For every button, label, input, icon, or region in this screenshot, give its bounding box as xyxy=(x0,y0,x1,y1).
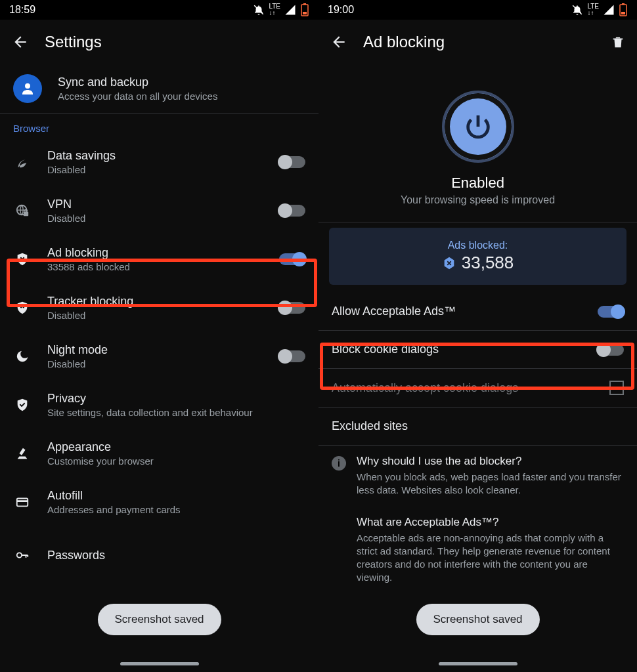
battery-icon xyxy=(300,3,309,16)
row-data-savings[interactable]: Data savings Disabled xyxy=(0,138,318,186)
page-header: Settings xyxy=(0,20,318,64)
back-arrow-icon[interactable] xyxy=(330,33,347,51)
back-arrow-icon[interactable] xyxy=(12,33,29,51)
toast: Screenshot saved xyxy=(97,604,221,635)
item-title: Autofill xyxy=(47,489,305,503)
left-screenshot: 18:59 LTE↓↑ Settings Sync and backup Acc… xyxy=(0,0,318,672)
page-title: Settings xyxy=(45,33,102,51)
faq2-title: What are Acceptable Ads™? xyxy=(357,516,624,529)
enabled-sub: Your browsing speed is improved xyxy=(338,194,617,206)
signal-icon xyxy=(603,4,615,16)
item-sub: Disabled xyxy=(47,213,263,224)
toggle-vpn[interactable] xyxy=(279,205,305,217)
shield-x-icon xyxy=(15,252,30,266)
battery-icon xyxy=(619,3,628,16)
row-night[interactable]: Night mode Disabled xyxy=(0,332,318,381)
item-sub: Customise your browser xyxy=(47,455,305,467)
item-sub: Disabled xyxy=(47,310,263,321)
globe-lock-icon xyxy=(15,203,30,218)
notification-off-icon xyxy=(253,4,265,16)
row-privacy[interactable]: Privacy Site settings, data collection a… xyxy=(0,381,318,429)
toggle-ad-blocking[interactable] xyxy=(279,253,305,265)
settings-content: Sync and backup Access your data on all … xyxy=(0,64,318,672)
row-autofill[interactable]: Autofill Addresses and payment cards xyxy=(0,478,318,526)
adblock-content: Enabled Your browsing speed is improved … xyxy=(318,64,637,672)
ads-blocked-card: Ads blocked: 33,588 xyxy=(329,228,626,285)
item-title: Night mode xyxy=(47,343,263,357)
svg-rect-2 xyxy=(303,3,306,5)
item-title: VPN xyxy=(47,198,263,211)
toast: Screenshot saved xyxy=(416,604,539,635)
power-button[interactable] xyxy=(442,91,514,163)
trash-icon[interactable] xyxy=(611,34,625,50)
enabled-label: Enabled xyxy=(338,175,617,192)
status-bar: 18:59 LTE↓↑ xyxy=(0,0,318,20)
svg-point-4 xyxy=(25,83,30,89)
info-icon: i xyxy=(332,456,346,471)
svg-point-7 xyxy=(20,306,22,308)
svg-rect-9 xyxy=(17,499,28,507)
page-header: Ad blocking xyxy=(318,20,637,64)
row-excluded[interactable]: Excluded sites xyxy=(318,408,637,445)
sync-title: Sync and backup xyxy=(58,75,305,89)
toggle-allow-aa[interactable] xyxy=(598,306,624,318)
hex-x-icon xyxy=(442,256,456,270)
status-icons: LTE↓↑ xyxy=(253,3,309,16)
item-sub: Site settings, data collection and exit … xyxy=(47,407,305,418)
clock: 18:59 xyxy=(9,4,35,16)
faq1-body: When you block ads, web pages load faste… xyxy=(357,471,624,497)
row-vpn[interactable]: VPN Disabled xyxy=(0,186,318,235)
sync-row[interactable]: Sync and backup Access your data on all … xyxy=(0,64,318,113)
svg-rect-14 xyxy=(622,3,625,5)
row-allow-aa[interactable]: Allow Acceptable Ads™ xyxy=(318,293,637,330)
svg-rect-10 xyxy=(17,500,28,502)
block-cookie-label: Block cookie dialogs xyxy=(332,343,439,356)
faq-1: i Why should I use the ad blocker? When … xyxy=(318,446,637,507)
row-ad-blocking[interactable]: Ad blocking 33588 ads blocked xyxy=(0,235,318,284)
svg-rect-15 xyxy=(621,12,625,14)
right-screenshot: 19:00 LTE↓↑ Ad blocking Enabled Your bro… xyxy=(318,0,637,672)
item-title: Ad blocking xyxy=(47,246,263,260)
brush-icon xyxy=(15,446,30,461)
status-icons: LTE↓↑ xyxy=(571,3,628,16)
toggle-block-cookie[interactable] xyxy=(598,344,624,356)
allow-aa-label: Allow Acceptable Ads™ xyxy=(332,304,456,318)
power-icon xyxy=(463,112,493,142)
auto-accept-label: Automatically accept cookie dialogs xyxy=(332,381,518,395)
avatar-icon xyxy=(13,74,42,103)
shield-check-icon xyxy=(15,398,30,412)
card-icon xyxy=(15,495,30,509)
lte-indicator: LTE↓↑ xyxy=(269,3,280,16)
tracker-icon xyxy=(15,301,30,315)
faq-2: What are Acceptable Ads™? Acceptable ads… xyxy=(318,507,637,594)
svg-rect-6 xyxy=(24,212,28,216)
row-passwords[interactable]: Passwords xyxy=(0,526,318,575)
divider xyxy=(318,222,637,222)
svg-rect-16 xyxy=(613,39,623,40)
nav-pill[interactable] xyxy=(120,662,199,665)
excluded-label: Excluded sites xyxy=(332,419,408,433)
item-title: Privacy xyxy=(47,392,305,406)
toggle-data-savings[interactable] xyxy=(279,156,305,168)
status-bar: 19:00 LTE↓↑ xyxy=(318,0,637,20)
nav-pill[interactable] xyxy=(439,662,517,665)
toggle-night[interactable] xyxy=(279,350,305,362)
notification-off-icon xyxy=(571,4,583,16)
sync-sub: Access your data on all your devices xyxy=(58,91,305,102)
stat-label: Ads blocked: xyxy=(336,240,620,251)
checkbox-auto-accept xyxy=(609,381,624,395)
item-sub: 33588 ads blocked xyxy=(47,261,263,272)
item-sub: Disabled xyxy=(47,358,263,369)
item-sub: Disabled xyxy=(47,164,263,175)
item-title: Appearance xyxy=(47,440,305,454)
lte-indicator: LTE↓↑ xyxy=(587,3,599,16)
row-block-cookie[interactable]: Block cookie dialogs xyxy=(318,331,637,368)
page-title: Ad blocking xyxy=(363,33,445,51)
row-tracker[interactable]: Tracker blocking Disabled xyxy=(0,284,318,332)
item-title: Passwords xyxy=(47,549,305,562)
toggle-tracker[interactable] xyxy=(279,302,305,314)
clock: 19:00 xyxy=(328,4,354,16)
leaf-icon xyxy=(15,155,30,169)
row-appearance[interactable]: Appearance Customise your browser xyxy=(0,429,318,478)
faq1-title: Why should I use the ad blocker? xyxy=(357,455,624,468)
